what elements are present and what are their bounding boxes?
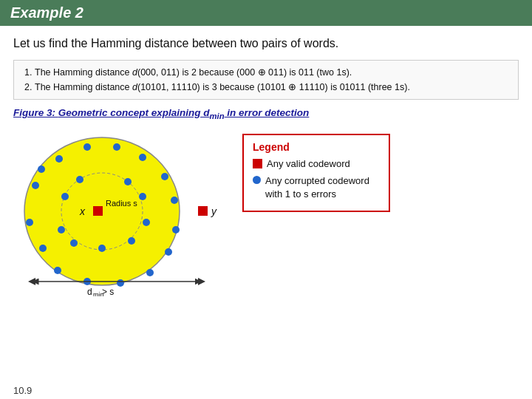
diagram-area: x Radius s y d min > s [13,126,519,296]
svg-text:d: d [87,287,92,296]
intro-text: Let us find the Hamming distance between… [13,35,519,52]
page-number: 10.9 [0,383,532,399]
svg-text:y: y [211,205,217,217]
svg-point-20 [124,178,132,185]
svg-point-12 [161,173,168,180]
legend-item-codeword: Any valid codeword [253,157,380,171]
svg-rect-27 [93,206,103,216]
svg-marker-34 [198,278,205,285]
svg-marker-33 [28,278,35,285]
svg-point-10 [172,226,180,233]
example-item-2: The Hamming distance d(10101, 11110) is … [35,80,511,95]
svg-point-18 [61,193,69,200]
legend-dot-icon [253,176,261,184]
svg-rect-30 [198,206,208,216]
svg-point-17 [38,166,45,173]
svg-point-14 [113,143,120,151]
svg-text:Radius s: Radius s [106,199,137,208]
svg-point-22 [143,219,150,226]
svg-point-23 [128,237,135,245]
svg-point-8 [146,269,154,276]
svg-point-2 [32,182,39,189]
svg-point-26 [58,226,65,233]
diagram-svg: x Radius s y d min > s [13,126,228,296]
legend-title: Legend [253,141,380,153]
svg-point-24 [98,245,106,252]
header-bar: Example 2 [0,0,532,26]
svg-text:x: x [79,205,86,217]
svg-point-13 [139,154,146,161]
legend-item-corrupted: Any corrupted codewordwith 1 to s errors [253,174,380,200]
svg-point-15 [83,143,91,151]
svg-point-7 [117,279,124,287]
svg-point-3 [26,219,33,226]
legend-corrupted-text: Any corrupted codewordwith 1 to s errors [265,174,369,200]
svg-point-21 [139,193,146,200]
header-title: Example 2 [10,4,83,21]
page: Example 2 Let us find the Hamming distan… [0,0,532,399]
svg-point-16 [55,155,63,163]
svg-point-19 [76,176,83,183]
figure-caption-text: Geometric concept explaining dmin in err… [58,107,310,118]
legend-box: Legend Any valid codeword Any corrupted … [242,134,390,213]
svg-point-5 [54,267,61,274]
legend-codeword-text: Any valid codeword [267,157,350,171]
example-item-1: The Hamming distance d(000, 011) is 2 be… [35,65,511,80]
svg-point-25 [70,239,78,247]
circle-diagram: x Radius s y d min > s [13,126,228,296]
svg-text:> s: > s [102,287,114,296]
legend-square-icon [253,159,262,168]
figure-caption: Figure 3: Geometric concept explaining d… [13,107,519,120]
svg-point-11 [171,197,178,204]
svg-point-9 [165,248,172,256]
figure-label: Figure 3: [13,107,55,118]
svg-point-4 [39,245,47,252]
examples-box: The Hamming distance d(000, 011) is 2 be… [13,60,519,100]
content-area: Let us find the Hamming distance between… [0,26,532,383]
dmin-subscript: min [210,112,225,120]
